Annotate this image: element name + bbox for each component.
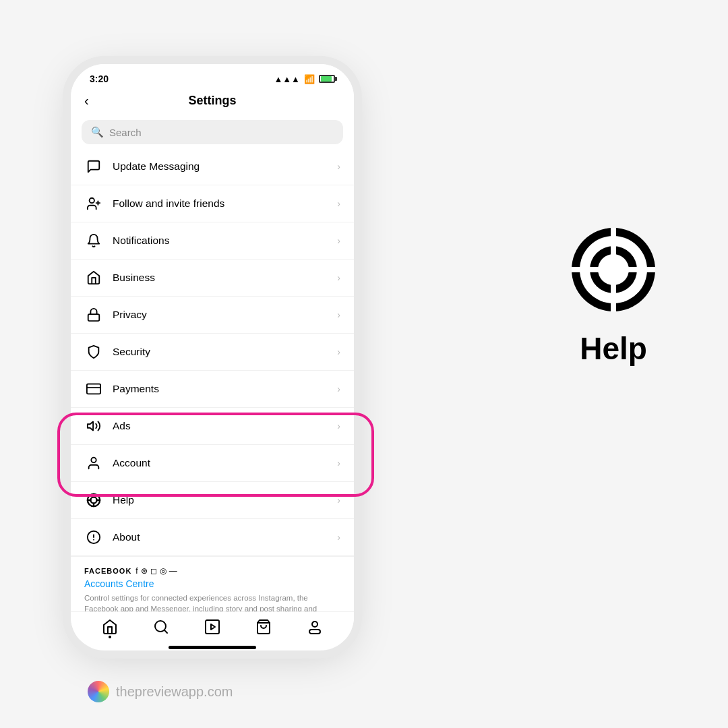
help-label: Help: [113, 494, 337, 506]
search-bar[interactable]: 🔍 Search: [82, 120, 343, 144]
settings-item-about[interactable]: About ›: [71, 519, 354, 556]
page-title: Settings: [188, 94, 236, 108]
notifications-chevron: ›: [337, 235, 340, 246]
svg-point-0: [90, 198, 94, 203]
follow-invite-label: Follow and invite friends: [113, 198, 337, 210]
settings-item-payments[interactable]: Payments ›: [71, 371, 354, 408]
about-icon: [84, 528, 103, 547]
fb-icon: f: [135, 566, 138, 576]
payments-icon: [84, 380, 103, 398]
svg-marker-6: [88, 422, 93, 431]
settings-item-help[interactable]: Help ›: [71, 482, 354, 519]
status-icons: ▲▲▲ 📶: [274, 74, 335, 84]
search-placeholder: Search: [109, 127, 142, 138]
ads-icon: [84, 417, 103, 435]
settings-item-ads[interactable]: Ads ›: [71, 408, 354, 445]
watermark-logo: [88, 681, 109, 702]
svg-rect-3: [88, 314, 100, 321]
bottom-nav: [71, 611, 354, 640]
nav-shop[interactable]: [255, 619, 272, 635]
help-chevron: ›: [337, 495, 340, 506]
svg-rect-23: [309, 630, 320, 634]
payments-label: Payments: [113, 383, 337, 395]
nav-search[interactable]: [153, 619, 169, 635]
whatsapp-icon: ◎: [160, 566, 166, 576]
account-icon: [84, 454, 103, 473]
follow-invite-icon: [84, 194, 103, 213]
facebook-section: FACEBOOK f ⊛ ◻ ◎ — Accounts Centre Contr…: [71, 556, 354, 611]
notifications-icon: [84, 231, 103, 250]
privacy-icon: [84, 305, 103, 324]
status-time: 3:20: [90, 73, 109, 84]
settings-item-privacy[interactable]: Privacy ›: [71, 297, 354, 334]
help-right-label: Help: [580, 330, 647, 367]
settings-item-business[interactable]: Business ›: [71, 260, 354, 297]
signal-icon: ▲▲▲: [274, 74, 300, 84]
home-indicator: [169, 646, 256, 649]
business-icon: [84, 268, 103, 287]
payments-chevron: ›: [337, 384, 340, 394]
notifications-label: Notifications: [113, 235, 337, 247]
svg-marker-20: [211, 624, 215, 630]
settings-item-security[interactable]: Security ›: [71, 334, 354, 371]
update-messaging-chevron: ›: [337, 161, 340, 172]
svg-rect-4: [87, 384, 100, 394]
nav-home[interactable]: [102, 619, 118, 635]
messenger-icon: ⊛: [141, 566, 148, 576]
settings-item-update-messaging[interactable]: Update Messaging ›: [71, 148, 354, 185]
facebook-title: FACEBOOK: [84, 567, 131, 575]
help-ring-icon: [566, 222, 661, 317]
svg-point-27: [598, 254, 629, 285]
nav-profile[interactable]: [307, 619, 323, 635]
search-icon: 🔍: [91, 126, 104, 138]
back-button[interactable]: ‹: [84, 93, 89, 109]
watermark: thepreviewapp.com: [88, 681, 233, 702]
business-label: Business: [113, 272, 337, 284]
nav-reels[interactable]: [204, 619, 220, 635]
svg-point-9: [90, 497, 96, 503]
svg-rect-30: [572, 267, 601, 272]
right-panel: Help: [566, 222, 661, 367]
svg-line-18: [164, 630, 167, 633]
update-messaging-label: Update Messaging: [113, 160, 337, 173]
svg-rect-19: [206, 620, 219, 634]
settings-item-account[interactable]: Account ›: [71, 445, 354, 482]
wifi-icon: 📶: [304, 74, 315, 84]
about-label: About: [113, 531, 337, 543]
settings-item-notifications[interactable]: Notifications ›: [71, 222, 354, 260]
security-chevron: ›: [337, 346, 340, 357]
security-icon: [84, 342, 103, 361]
svg-point-7: [91, 458, 96, 462]
security-label: Security: [113, 346, 337, 358]
follow-invite-chevron: ›: [337, 198, 340, 209]
battery-icon: [319, 75, 335, 83]
help-icon: [84, 491, 103, 510]
account-label: Account: [113, 457, 337, 469]
svg-rect-29: [611, 282, 616, 311]
account-chevron: ›: [337, 458, 340, 468]
accounts-centre-link[interactable]: Accounts Centre: [84, 578, 340, 589]
ads-chevron: ›: [337, 421, 340, 431]
business-chevron: ›: [337, 272, 340, 283]
svg-rect-28: [611, 228, 616, 257]
status-bar: 3:20 ▲▲▲ 📶: [71, 64, 354, 88]
update-messaging-icon: [84, 157, 103, 176]
ads-label: Ads: [113, 420, 337, 432]
privacy-label: Privacy: [113, 309, 337, 321]
privacy-chevron: ›: [337, 309, 340, 320]
about-chevron: ›: [337, 532, 340, 543]
facebook-icons: f ⊛ ◻ ◎ —: [135, 566, 177, 576]
phone-frame: 3:20 ▲▲▲ 📶 ‹ Settings 🔍 Search Update Me…: [71, 64, 354, 650]
facebook-header: FACEBOOK f ⊛ ◻ ◎ —: [84, 566, 340, 576]
settings-list: Update Messaging › Follow and invite fri…: [71, 148, 354, 611]
facebook-description: Control settings for connected experienc…: [84, 593, 340, 611]
svg-rect-31: [626, 267, 655, 272]
svg-point-22: [312, 621, 317, 627]
header: ‹ Settings: [71, 88, 354, 115]
instagram-icon: ◻: [150, 566, 157, 576]
settings-item-follow-invite[interactable]: Follow and invite friends ›: [71, 185, 354, 222]
watermark-text: thepreviewapp.com: [116, 684, 233, 700]
oculus-icon: —: [169, 566, 177, 576]
